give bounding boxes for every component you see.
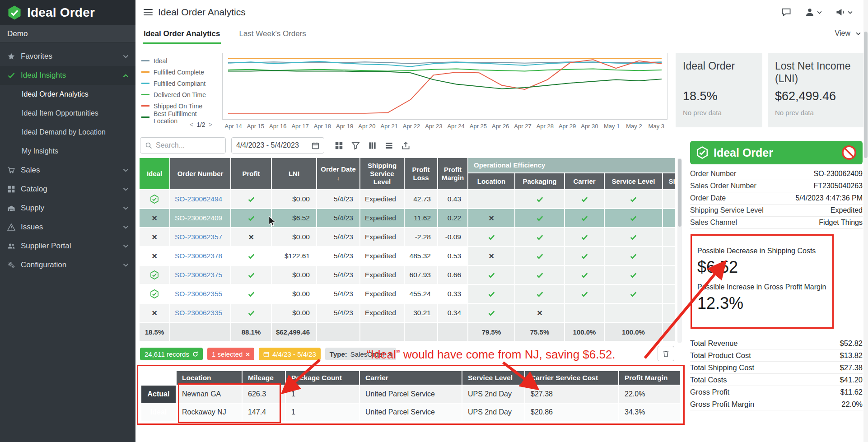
- workspace-label[interactable]: Demo: [0, 25, 135, 42]
- people-icon: [7, 242, 15, 251]
- order-number-link[interactable]: SO-230062409: [175, 214, 222, 222]
- user-menu-button[interactable]: [805, 7, 822, 17]
- sidebar-item-issues[interactable]: Issues: [0, 218, 135, 237]
- tab-last-weeks-orders[interactable]: Last Week's Orders: [238, 25, 307, 44]
- column-header-profit[interactable]: Profit: [231, 158, 272, 190]
- legend-item-ideal[interactable]: Ideal: [141, 55, 219, 66]
- metric-card-ideal-order[interactable]: Ideal Order 18.5% No prev data: [676, 53, 762, 127]
- order-number-link[interactable]: SO-230062378: [175, 252, 222, 260]
- profit-margin-cell: 0.53: [438, 247, 468, 266]
- x-tick-label: Apr 15: [244, 123, 266, 130]
- menu-icon[interactable]: [144, 9, 153, 15]
- chart-prev-button[interactable]: <: [190, 121, 193, 128]
- order-number-link[interactable]: SO-230062494: [175, 195, 222, 203]
- sidebar-item-my-insights[interactable]: My Insights: [0, 142, 135, 161]
- line-chart[interactable]: [222, 53, 667, 120]
- order-row-so-230062355[interactable]: SO-230062355$0.005/4/23Expedited455.240.…: [140, 285, 675, 304]
- order-row-so-230062335[interactable]: ×SO-230062335$0.005/4/23Expedited30.210.…: [140, 304, 675, 323]
- order-number-link[interactable]: SO-230062375: [175, 271, 222, 279]
- filter-chip-date-range[interactable]: 4/4/23 - 5/4/23: [259, 348, 321, 360]
- column-header-lni[interactable]: LNI: [272, 158, 317, 190]
- sidebar-item-ideal-order-analytics[interactable]: Ideal Order Analytics: [0, 85, 135, 104]
- op-efficiency-cell: [605, 304, 663, 323]
- filter-button[interactable]: [347, 138, 364, 153]
- columns-button[interactable]: [364, 138, 381, 153]
- chip-label: 1 selected: [212, 350, 243, 358]
- column-header-order-number[interactable]: Order Number: [170, 158, 231, 190]
- x-tick-label: Apr 29: [556, 123, 578, 130]
- date-range-picker[interactable]: 4/4/2023 - 5/4/2023: [231, 137, 324, 154]
- filter-chip-selected[interactable]: 1 selected×: [207, 348, 254, 360]
- warning-icon: [7, 223, 15, 232]
- shipping-level-cell: Expedited: [360, 304, 405, 323]
- sidebar-item-favorites[interactable]: Favorites: [0, 47, 135, 66]
- shipping-level-cell: Expedited: [360, 266, 405, 285]
- order-row-so-230062375[interactable]: SO-230062375$0.005/4/23Expedited607.930.…: [140, 266, 675, 285]
- sort-desc-icon[interactable]: ↓: [320, 175, 357, 182]
- column-header-service-level[interactable]: Service Level: [605, 173, 663, 190]
- column-header-profit-margin[interactable]: Profit Margin: [438, 158, 468, 190]
- view-menu-button[interactable]: View: [835, 29, 861, 44]
- column-header-order-date[interactable]: Order Date↓: [317, 158, 360, 190]
- legend-label: Fulfilled Compliant: [154, 80, 205, 87]
- window-scrollbar[interactable]: [863, 0, 868, 442]
- column-header-packaging[interactable]: Packaging: [515, 173, 565, 190]
- x-tick-label: Apr 21: [378, 123, 400, 130]
- op-efficiency-cell: [605, 266, 663, 285]
- field-label: Order Date: [690, 194, 726, 202]
- op-efficiency-cell: [605, 228, 663, 247]
- grid-view-button[interactable]: [331, 138, 347, 153]
- column-header-profit-loss[interactable]: Profit Loss: [405, 158, 438, 190]
- order-row-so-230062357[interactable]: ×SO-230062357×$0.005/4/23Expedited-2.28-…: [140, 228, 675, 247]
- order-number-link[interactable]: SO-230062355: [175, 290, 222, 298]
- topbar: Ideal Order Analytics: [135, 0, 868, 24]
- search-box[interactable]: [140, 137, 226, 154]
- sidebar-item-configuration[interactable]: Configuration: [0, 256, 135, 275]
- order-number-link[interactable]: SO-230062357: [175, 233, 222, 241]
- legend-item-fulfilled-compliant[interactable]: Fulfilled Compliant: [141, 78, 219, 89]
- window-scrollbar-thumb[interactable]: [864, 32, 868, 158]
- sidebar-item-label: Sales: [21, 166, 40, 175]
- column-header-location[interactable]: Location: [468, 173, 515, 190]
- savings-opportunity: Possible Decrease in Shipping Costs $6.5…: [690, 242, 863, 319]
- sidebar-item-supplier-portal[interactable]: Supplier Portal: [0, 237, 135, 256]
- tab-ideal-order-analytics[interactable]: Ideal Order Analytics: [143, 25, 221, 44]
- close-icon[interactable]: ×: [246, 350, 250, 358]
- column-header-shipping-service-level[interactable]: Shipping Service Level: [360, 158, 405, 190]
- delete-button[interactable]: [658, 346, 674, 361]
- sidebar-item-ideal-demand-by-location[interactable]: Ideal Demand by Location: [0, 123, 135, 142]
- compare-cell: UPS 2nd Day: [462, 385, 525, 403]
- not-ideal-icon: [841, 144, 857, 161]
- row-height-button[interactable]: [381, 138, 397, 153]
- chart-next-button[interactable]: >: [209, 121, 212, 128]
- table-scrollbar[interactable]: [677, 158, 682, 343]
- messages-button[interactable]: [781, 7, 791, 17]
- sidebar-item-sales[interactable]: Sales: [0, 161, 135, 180]
- search-input[interactable]: [156, 141, 215, 149]
- column-header-ideal[interactable]: Ideal: [140, 158, 170, 190]
- metric-card-lost-net-income[interactable]: Lost Net Income (LNI) $62,499.46 No prev…: [768, 53, 863, 127]
- order-row-so-230062378[interactable]: ×SO-230062378$122.615/4/23Expedited485.3…: [140, 247, 675, 266]
- refresh-icon[interactable]: [192, 351, 198, 357]
- compare-row-ideal: IdealRockaway NJ147.41United Parcel Serv…: [141, 403, 681, 421]
- x-tick-label: Apr 27: [512, 123, 534, 130]
- export-button[interactable]: [397, 138, 414, 153]
- legend-item-delivered-on-time[interactable]: Delivered On Time: [141, 89, 219, 100]
- column-header-sh[interactable]: Sh: [663, 173, 675, 190]
- sidebar-item-supply[interactable]: Supply: [0, 199, 135, 218]
- sidebar-item-catalog[interactable]: Catalog: [0, 180, 135, 199]
- announcements-button[interactable]: [835, 7, 853, 17]
- order-row-so-230062494[interactable]: SO-230062494$0.005/4/23Expedited42.730.4…: [140, 190, 675, 209]
- order-number-link[interactable]: SO-230062335: [175, 309, 222, 316]
- op-efficiency-cell: [565, 304, 605, 323]
- total-value: $27.38: [840, 363, 863, 372]
- order-row-so-230062409[interactable]: ×SO-230062409$6.525/4/23Expedited11.620.…: [140, 209, 675, 228]
- table-scrollbar-thumb[interactable]: [678, 159, 681, 227]
- legend-item-fulfilled-complete[interactable]: Fulfilled Complete: [141, 66, 219, 78]
- order-date-cell: 5/4/23: [317, 190, 360, 209]
- sidebar-item-ideal-item-opportunities[interactable]: Ideal Item Opportunities: [0, 104, 135, 123]
- sidebar-item-ideal-insights[interactable]: Ideal Insights: [0, 66, 135, 85]
- filter-chip-records[interactable]: 24,611 records: [140, 348, 203, 360]
- profit-margin-cell: 0.66: [438, 266, 468, 285]
- column-header-carrier[interactable]: Carrier: [565, 173, 605, 190]
